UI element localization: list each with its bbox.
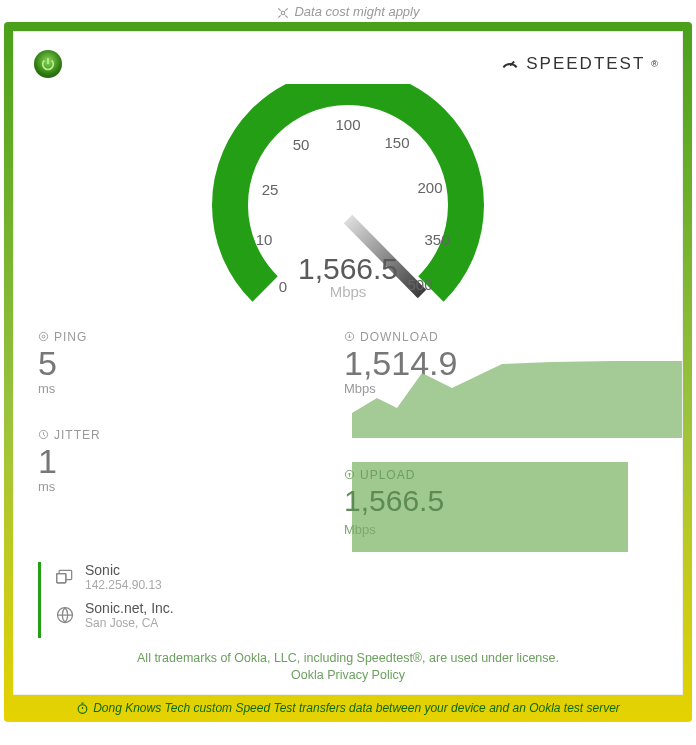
tick-200: 200: [417, 178, 442, 195]
isp-ip: 142.254.90.13: [85, 578, 162, 592]
server-name: Sonic.net, Inc.: [85, 600, 174, 616]
download-icon: [344, 331, 355, 342]
jitter-unit: ms: [38, 479, 101, 494]
download-metric: DOWNLOAD 1,514.9 Mbps: [344, 330, 457, 397]
speed-gauge: 0 10 25 50 100 150 200 350 500 1,566.5 M…: [188, 84, 508, 304]
tick-10: 10: [256, 230, 273, 247]
speedtest-card: SPEEDTEST® 0 10 25 50 100 150 200 35: [13, 31, 683, 695]
upload-icon: [344, 469, 355, 480]
download-unit: Mbps: [344, 381, 457, 396]
trademark-symbol: ®: [651, 59, 658, 69]
tick-150: 150: [384, 133, 409, 150]
ping-metric: PING 5 ms: [38, 330, 87, 397]
globe-icon: [55, 605, 75, 625]
power-icon: [40, 56, 56, 72]
isp-name: Sonic: [85, 562, 162, 578]
gauge-icon: [500, 54, 520, 74]
tick-25: 25: [262, 180, 279, 197]
upload-unit: Mbps: [344, 522, 376, 537]
svg-point-2: [42, 335, 45, 338]
bottom-text: Dong Knows Tech custom Speed Test transf…: [93, 701, 620, 715]
svg-point-0: [282, 11, 286, 15]
power-button[interactable]: [34, 50, 62, 78]
ping-label: PING: [54, 330, 87, 344]
upload-label: UPLOAD: [360, 468, 415, 482]
brand-text: SPEEDTEST: [526, 54, 645, 74]
tick-100: 100: [335, 115, 360, 132]
trademark-notice: All trademarks of Ookla, LLC, including …: [137, 651, 559, 665]
jitter-icon: [38, 429, 49, 440]
tick-500: 500: [407, 275, 432, 292]
ping-value: 5: [38, 346, 87, 382]
jitter-value: 1: [38, 444, 101, 480]
brand-logo: SPEEDTEST®: [500, 54, 658, 74]
topbar: SPEEDTEST®: [14, 32, 682, 84]
svg-rect-7: [57, 573, 66, 582]
connection-info: Sonic 142.254.90.13 Sonic.net, Inc. San …: [38, 562, 174, 638]
gauge-value: 1,566.5: [298, 252, 398, 286]
gradient-frame: SPEEDTEST® 0 10 25 50 100 150 200 35: [4, 22, 692, 722]
upload-value: 1,566.5: [344, 484, 444, 518]
device-icon: [55, 567, 75, 587]
warning-text: Data cost might apply: [294, 4, 419, 19]
ping-unit: ms: [38, 381, 87, 396]
data-cost-warning: Data cost might apply: [0, 0, 696, 22]
tick-0: 0: [279, 277, 287, 294]
gauge-reading: 1,566.5 Mbps: [298, 252, 398, 300]
privacy-link[interactable]: Ookla Privacy Policy: [291, 668, 405, 682]
stopwatch-icon: [76, 702, 89, 715]
jitter-metric: JITTER 1 ms: [38, 428, 101, 495]
warning-icon: [276, 6, 290, 20]
svg-point-1: [39, 332, 47, 340]
footer-note: All trademarks of Ookla, LLC, including …: [14, 650, 682, 684]
server-location: San Jose, CA: [85, 616, 174, 630]
download-label: DOWNLOAD: [360, 330, 439, 344]
tick-350: 350: [424, 230, 449, 247]
jitter-label: JITTER: [54, 428, 101, 442]
upload-label-row: UPLOAD: [344, 468, 415, 482]
tick-50: 50: [293, 135, 310, 152]
ping-icon: [38, 331, 49, 342]
download-value: 1,514.9: [344, 346, 457, 382]
bottom-info-bar: Dong Knows Tech custom Speed Test transf…: [4, 695, 692, 722]
